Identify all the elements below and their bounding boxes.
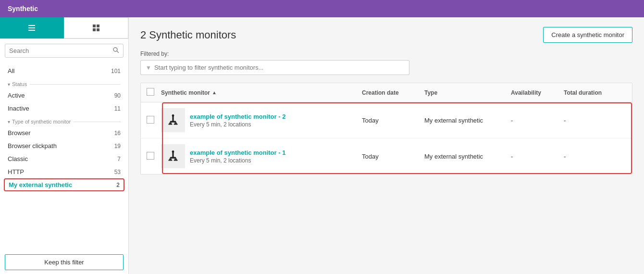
row1-date: Today <box>362 117 424 124</box>
sort-arrow-icon[interactable]: ▲ <box>212 90 217 95</box>
svg-rect-14 <box>168 124 172 125</box>
classic-count: 7 <box>117 156 121 162</box>
row2-check <box>147 152 161 161</box>
browser-count: 16 <box>114 130 121 137</box>
header-monitor-col: Synthetic monitor ▲ <box>161 89 362 96</box>
type-chevron-icon: ▾ <box>8 119 10 125</box>
grid-view-button[interactable] <box>64 17 129 38</box>
filter-icon: ▼ <box>146 64 151 71</box>
external-count: 2 <box>116 182 120 188</box>
row2-monitor-info: example of synthetic monitor - 1 Every 5… <box>190 149 362 164</box>
status-section-header: ▾ Status <box>0 77 128 89</box>
rows-container: example of synthetic monitor - 2 Every 5… <box>141 102 632 174</box>
http-label: HTTP <box>8 168 24 175</box>
row1-check <box>147 116 161 125</box>
svg-line-8 <box>117 51 119 53</box>
status-section-label: Status <box>12 81 27 87</box>
search-icon <box>112 47 119 55</box>
svg-rect-21 <box>168 160 172 161</box>
svg-rect-2 <box>28 30 35 31</box>
http-count: 53 <box>114 169 121 175</box>
row2-monitor-name[interactable]: example of synthetic monitor - 1 <box>190 149 362 156</box>
row1-checkbox[interactable] <box>147 116 154 124</box>
browser-label: Browser <box>8 129 31 137</box>
list-view-button[interactable] <box>0 17 64 38</box>
svg-rect-19 <box>169 159 172 160</box>
search-box <box>5 44 124 58</box>
svg-point-17 <box>172 150 174 153</box>
topbar-title: Synthetic <box>8 5 38 12</box>
row2-monitor-detail: Every 5 min, 2 locations <box>190 157 362 164</box>
filter-input-box: ▼ <box>140 60 409 75</box>
browser-clickpath-count: 19 <box>114 143 121 149</box>
keep-filter-button[interactable]: Keep this filter <box>5 254 124 270</box>
browser-clickpath-label: Browser clickpath <box>8 142 57 149</box>
row1-duration: - <box>564 117 626 124</box>
row2-avail: - <box>511 153 564 160</box>
svg-rect-13 <box>174 123 177 124</box>
monitor-icon-2 <box>161 144 185 168</box>
row2-checkbox[interactable] <box>147 152 154 160</box>
sidebar-item-http[interactable]: HTTP 53 <box>0 165 128 178</box>
page-title: 2 Synthetic monitors <box>140 29 236 41</box>
row1-monitor-info: example of synthetic monitor - 2 Every 5… <box>190 113 362 128</box>
row2-duration: - <box>564 153 626 160</box>
svg-point-7 <box>113 48 117 51</box>
external-label: My external synthetic <box>9 181 72 188</box>
type-section-label: Type of synthetic monitor <box>12 119 71 125</box>
inactive-count: 11 <box>114 105 121 112</box>
search-input[interactable] <box>9 47 112 54</box>
svg-rect-3 <box>93 25 96 27</box>
svg-rect-4 <box>97 25 99 27</box>
table-header-row: Synthetic monitor ▲ Creation date Type A… <box>141 83 632 102</box>
header-check-col <box>147 88 161 97</box>
filtered-by-label: Filtered by: <box>140 50 632 57</box>
sidebar-item-browser[interactable]: Browser 16 <box>0 126 128 139</box>
sidebar-item-all[interactable]: All 101 <box>0 64 128 77</box>
sidebar-item-browser-clickpath[interactable]: Browser clickpath 19 <box>0 139 128 152</box>
sidebar-item-classic[interactable]: Classic 7 <box>0 152 128 165</box>
sidebar-item-active[interactable]: Active 90 <box>0 89 128 102</box>
svg-rect-5 <box>93 28 96 31</box>
svg-rect-15 <box>174 124 178 125</box>
sidebar-item-inactive[interactable]: Inactive 11 <box>0 102 128 115</box>
svg-rect-18 <box>170 157 176 159</box>
sidebar-all-label: All <box>8 67 14 75</box>
main-header: 2 Synthetic monitors Create a synthetic … <box>140 27 632 43</box>
sidebar: All 101 ▾ Status Active 90 Inactive 11 ▾… <box>0 17 129 274</box>
create-monitor-button[interactable]: Create a synthetic monitor <box>543 27 632 43</box>
row2-type: My external synthetic <box>424 153 511 160</box>
table-row: example of synthetic monitor - 1 Every 5… <box>141 138 632 174</box>
header-type-col: Type <box>424 89 511 96</box>
sidebar-item-external[interactable]: My external synthetic 2 <box>4 178 124 191</box>
select-all-checkbox[interactable] <box>147 88 154 96</box>
svg-rect-11 <box>170 121 176 123</box>
row2-date: Today <box>362 153 424 160</box>
svg-rect-12 <box>169 123 172 124</box>
monitor-icon-1 <box>161 108 185 132</box>
inactive-label: Inactive <box>8 105 29 112</box>
row1-avail: - <box>511 117 564 124</box>
row1-monitor-name[interactable]: example of synthetic monitor - 2 <box>190 113 362 120</box>
status-chevron-icon: ▾ <box>8 82 10 87</box>
svg-rect-6 <box>97 28 99 31</box>
header-date-col: Creation date <box>362 89 424 96</box>
svg-rect-22 <box>174 160 178 161</box>
active-label: Active <box>8 92 25 99</box>
monitors-table: Synthetic monitor ▲ Creation date Type A… <box>140 83 632 174</box>
sidebar-nav: All 101 ▾ Status Active 90 Inactive 11 ▾… <box>0 62 128 250</box>
type-section-line <box>74 122 121 122</box>
row1-type: My external synthetic <box>424 117 511 124</box>
topbar: Synthetic <box>0 0 644 17</box>
classic-label: Classic <box>8 155 28 162</box>
filter-section: Filtered by: ▼ <box>140 50 632 75</box>
status-section-line <box>30 84 121 85</box>
type-section-header: ▾ Type of synthetic monitor <box>0 115 128 126</box>
header-duration-col: Total duration <box>564 89 626 96</box>
table-row: example of synthetic monitor - 2 Every 5… <box>141 102 632 138</box>
active-count: 90 <box>114 92 121 99</box>
view-toggle <box>0 17 128 39</box>
sidebar-all-count: 101 <box>111 68 121 75</box>
filter-input[interactable] <box>154 64 404 71</box>
svg-point-10 <box>172 114 174 117</box>
